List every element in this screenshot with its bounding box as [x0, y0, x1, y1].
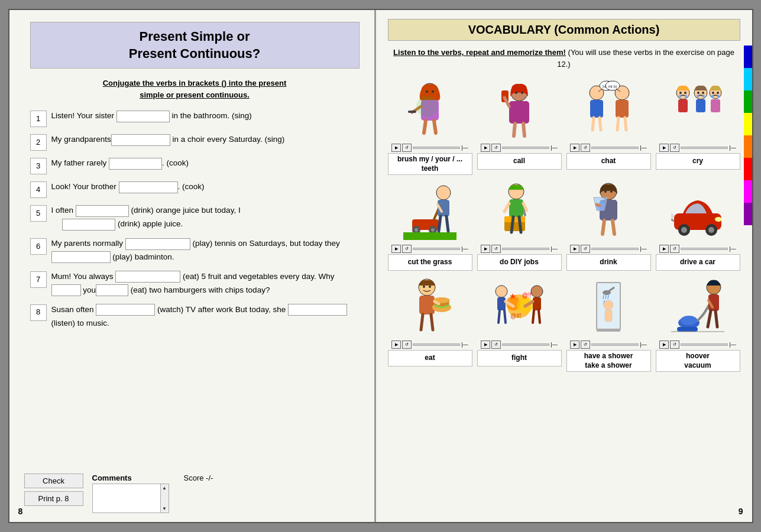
replay-btn-6[interactable]: ↺: [491, 245, 501, 253]
tab-r-cyan: [744, 68, 752, 90]
replay-btn-10[interactable]: ↺: [491, 340, 501, 349]
svg-text:@#!: @#!: [510, 313, 522, 319]
replay-btn-8[interactable]: ↺: [670, 245, 679, 253]
svg-point-94: [423, 286, 425, 288]
exercise-2: 2 My grandparents in a choir every Satur…: [30, 133, 360, 151]
comments-label: Comments: [92, 473, 169, 482]
play-btn-12[interactable]: ▶: [659, 340, 669, 349]
svg-text:@!!: @!!: [522, 292, 532, 299]
print-button[interactable]: Print p. 8: [24, 491, 83, 506]
blank-7-3[interactable]: [96, 284, 128, 296]
exercise-4: 4 Look! Your brother . (cook): [30, 180, 360, 198]
svg-rect-108: [533, 297, 541, 310]
progress-10: [502, 343, 549, 346]
audio-marker-2: |—: [550, 145, 557, 151]
vocab-cut-grass: ▶ ↺ |— cut the grass: [388, 178, 472, 271]
svg-rect-62: [504, 216, 525, 222]
svg-point-52: [414, 228, 418, 232]
svg-line-59: [439, 216, 441, 231]
ex-text-8: Susan often (watch) TV after work But to…: [51, 303, 360, 330]
tab-r-blue: [744, 46, 752, 68]
replay-btn-11[interactable]: ↺: [581, 340, 590, 349]
svg-point-74: [604, 190, 607, 193]
tab-r-yellow: [744, 113, 752, 135]
blank-5-2[interactable]: [62, 219, 115, 231]
play-btn-2[interactable]: ▶: [481, 144, 490, 152]
ex-num-5: 5: [30, 205, 47, 222]
check-button[interactable]: Check: [24, 473, 83, 488]
blank-8-2[interactable]: [288, 304, 347, 316]
svg-point-4: [426, 90, 428, 93]
bottom-row: Check Print p. 8 Comments ▲ ▼ Score -/-: [24, 473, 360, 513]
eat-icon: [403, 277, 456, 336]
svg-rect-25: [616, 100, 629, 118]
ex-text-5: I often (drink) orange juice but today, …: [51, 204, 360, 231]
vocab-label-1: brush my / your / ... teeth: [388, 153, 472, 175]
svg-point-104: [496, 286, 507, 297]
eat-image: [388, 274, 472, 339]
blank-6-1[interactable]: [125, 238, 190, 250]
play-btn-4[interactable]: ▶: [659, 144, 669, 152]
vocab-call: ▶ ↺ |— call: [477, 77, 562, 175]
svg-point-32: [679, 92, 682, 94]
listen-normal: (You will use these verbs in the exercis…: [557, 48, 734, 69]
ex-text-3: My father rarely . (cook): [51, 157, 360, 170]
exercise-6: 6 My parents normally (play) tennis on S…: [30, 237, 360, 264]
replay-btn-7[interactable]: ↺: [581, 245, 590, 253]
blank-4-1[interactable]: [119, 181, 178, 193]
play-btn-8[interactable]: ▶: [659, 245, 669, 253]
blank-1-1[interactable]: [116, 111, 170, 122]
audio-control-2: ▶ ↺ |—: [477, 144, 562, 152]
play-btn-1[interactable]: ▶: [391, 144, 401, 152]
svg-line-76: [603, 220, 604, 234]
play-btn-6[interactable]: ▶: [481, 245, 490, 253]
replay-btn-5[interactable]: ↺: [402, 245, 412, 253]
tab-r-red: [744, 158, 752, 180]
blank-8-1[interactable]: [96, 304, 155, 316]
replay-btn-4[interactable]: ↺: [670, 144, 679, 152]
book: Present Simple or Present Continuous? Co…: [8, 9, 753, 523]
audio-control-10: ▶ ↺ |—: [477, 340, 562, 349]
blank-2-1[interactable]: [111, 134, 170, 146]
drink-icon: [582, 181, 635, 240]
blank-7-2[interactable]: [51, 284, 81, 296]
replay-btn-1[interactable]: ↺: [402, 144, 412, 152]
replay-btn-3[interactable]: ↺: [581, 144, 590, 152]
audio-marker-9: |—: [461, 342, 468, 348]
blank-7-1[interactable]: [115, 271, 180, 283]
title-box: Present Simple or Present Continuous?: [30, 22, 360, 69]
svg-point-75: [610, 190, 613, 193]
svg-point-8: [416, 96, 438, 117]
replay-btn-9[interactable]: ↺: [402, 340, 412, 349]
bottom-area: Check Print p. 8 Comments ▲ ▼ Score -/-: [24, 473, 360, 513]
blank-6-2[interactable]: [51, 251, 111, 263]
replay-btn-12[interactable]: ↺: [670, 340, 679, 349]
vocab-label-11: have a showertake a shower: [566, 350, 651, 372]
svg-line-7: [434, 121, 436, 133]
vocab-chat: Hi hi Hi hi ▶ ↺: [566, 77, 651, 175]
blank-5-1[interactable]: [76, 205, 129, 217]
cut-grass-image: [388, 178, 472, 243]
vocab-label-12: hoovervacuum: [656, 350, 740, 372]
play-btn-3[interactable]: ▶: [570, 144, 579, 152]
ex-num-7: 7: [30, 271, 47, 288]
replay-btn-2[interactable]: ↺: [491, 144, 501, 152]
play-btn-9[interactable]: ▶: [391, 340, 401, 349]
comments-box[interactable]: ▲ ▼: [92, 484, 169, 513]
play-btn-11[interactable]: ▶: [570, 340, 579, 349]
svg-rect-10: [509, 101, 529, 124]
ex-num-1: 1: [30, 111, 47, 127]
progress-4: [681, 147, 728, 149]
color-tabs-right: [744, 46, 752, 225]
svg-line-60: [446, 216, 448, 231]
svg-line-16: [523, 124, 524, 136]
play-btn-5[interactable]: ▶: [391, 245, 401, 253]
play-btn-7[interactable]: ▶: [570, 245, 579, 253]
instruction: Conjugate the verbs in brackets () into …: [30, 77, 360, 100]
svg-point-13: [515, 92, 517, 94]
page-num-right: 9: [739, 507, 743, 516]
svg-line-111: [504, 310, 506, 323]
play-btn-10[interactable]: ▶: [481, 340, 490, 349]
blank-3-1[interactable]: [109, 158, 162, 170]
svg-line-20: [600, 118, 601, 130]
